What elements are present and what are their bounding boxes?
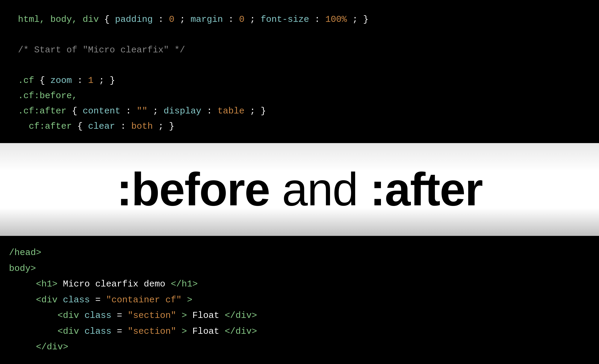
code-cfafter-prop1: content (83, 106, 120, 116)
code-div2-close: > (181, 310, 187, 321)
code-value3: 100% (325, 14, 347, 25)
code-h1-text: Micro clearfix demo (63, 279, 165, 289)
code-line-cf4: cf:after { clear : both ; } (18, 119, 581, 134)
code-div3-val: "section" (128, 326, 176, 336)
code-head-tag: /head> (9, 248, 41, 258)
code-div2-attr: class (84, 310, 111, 321)
code-comment: /* Start of "Micro clearfix" */ (18, 45, 185, 55)
code-line-div1: <div class = "container cf" > (9, 292, 590, 308)
code-cfafter-val1: "" (137, 106, 147, 116)
code-div2-text: Float (192, 310, 219, 321)
code-cf-semi: ; } (99, 75, 115, 86)
code-cfafter-semi2: ; } (250, 106, 266, 116)
code-cf-prop: zoom (50, 75, 72, 86)
code-cfafter-colon2: : (207, 106, 217, 116)
code-cfafter-sel: .cf:after (18, 106, 66, 116)
code-div2-val: "section" (128, 310, 176, 321)
code-colon3: : (314, 14, 325, 25)
code-cfafter2-brace: { (77, 121, 88, 131)
code-line-div2: <div class = "section" > Float </div> (9, 308, 590, 324)
banner-text: :before and :after (117, 163, 482, 216)
banner-before: :before (117, 163, 270, 215)
code-indent (18, 121, 23, 131)
banner-block: :before and :after (0, 143, 599, 236)
code-div2-eq: = (117, 310, 122, 321)
code-blank-1 (18, 27, 581, 43)
code-line-div-end: </div> (9, 339, 590, 355)
code-cfafter-brace: { (72, 106, 83, 116)
code-cfafter2-val: both (131, 121, 153, 131)
code-h1-open: <h1> (36, 279, 58, 289)
code-cfafter2-sel: cf:after (29, 121, 72, 131)
code-line-comment: /* Start of "Micro clearfix" */ (18, 43, 581, 58)
code-h1-indent (9, 279, 31, 289)
code-line-h1: <h1> Micro clearfix demo </h1> (9, 276, 590, 292)
code-cfafter-val2: table (217, 106, 244, 116)
code-cfafter2-semi: ; } (158, 121, 174, 131)
code-line-cf2: .cf:before, (18, 88, 581, 104)
code-cf-brace: { (40, 75, 50, 86)
code-colon2: : (228, 14, 239, 25)
code-div3-eq: = (117, 326, 122, 336)
code-cfafter-prop2: display (164, 106, 201, 116)
code-divend-tag: </div> (36, 342, 68, 352)
code-cf-val: 1 (88, 75, 93, 86)
code-semi: ; (180, 14, 190, 25)
code-div2-open: <div (58, 310, 84, 321)
code-line-div3: <div class = "section" > Float </div> (9, 324, 590, 339)
code-div3-end: </div> (225, 326, 257, 336)
code-value: 0 (169, 14, 174, 25)
code-div2-end: </div> (225, 310, 257, 321)
code-divend-indent (9, 342, 31, 352)
code-div3-open: <div (58, 326, 84, 336)
code-div3-attr: class (84, 326, 111, 336)
banner-and: and (270, 163, 370, 215)
code-semi2: ; (250, 14, 261, 25)
code-line-cf1: .cf { zoom : 1 ; } (18, 73, 581, 88)
code-div2-indent (9, 310, 52, 321)
code-value2: 0 (239, 14, 244, 25)
code-blank-2 (18, 58, 581, 73)
code-cfafter2-prop: clear (88, 121, 115, 131)
code-div3-indent (9, 326, 52, 336)
code-body-tag: body> (9, 263, 36, 274)
code-semi3: ; } (352, 14, 368, 25)
code-cfbefore-sel: .cf:before, (18, 91, 77, 101)
banner-after: :after (370, 163, 482, 215)
code-div1-eq: = (95, 295, 101, 305)
code-cfafter-semi1: ; (153, 106, 164, 116)
code-property: padding (115, 14, 153, 25)
top-code-block: html, body, div { padding : 0 ; margin :… (0, 0, 599, 143)
code-colon: : (158, 14, 169, 25)
code-line-cf3: .cf:after { content : "" ; display : tab… (18, 104, 581, 119)
code-div3-text: Float (192, 326, 219, 336)
code-line-head: /head> (9, 245, 590, 261)
code-div1-open: <div (36, 295, 63, 305)
code-div1-attr: class (63, 295, 90, 305)
code-cf-sel: .cf (18, 75, 34, 86)
code-h1-close: </h1> (171, 279, 198, 289)
code-div1-indent (9, 295, 31, 305)
code-brace: { (104, 14, 115, 25)
code-cfafter-colon1: : (126, 106, 137, 116)
code-property3: font-size (261, 14, 309, 25)
bottom-code-block: /head> body> <h1> Micro clearfix demo </… (0, 236, 599, 364)
code-div3-close: > (181, 326, 187, 336)
code-cf-colon: : (77, 75, 88, 86)
code-line-1: html, body, div { padding : 0 ; margin :… (18, 12, 581, 27)
code-div1-close: > (187, 295, 192, 305)
code-selector: html, body, div (18, 14, 99, 25)
code-property2: margin (190, 14, 223, 25)
code-cfafter2-colon: : (120, 121, 131, 131)
code-line-body: body> (9, 261, 590, 277)
code-div1-val: "container cf" (106, 295, 181, 305)
